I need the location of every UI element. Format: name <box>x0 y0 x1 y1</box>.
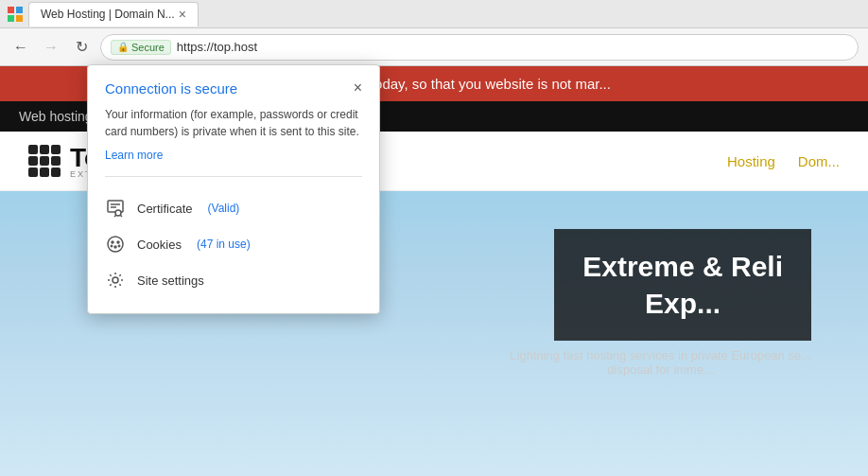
popup-close-button[interactable]: × <box>354 80 362 96</box>
forward-button[interactable]: → <box>40 36 62 59</box>
hero-subtitle: Lightning fast hosting services in priva… <box>510 348 811 377</box>
svg-point-10 <box>108 237 123 252</box>
tab-close-button[interactable]: × <box>179 7 186 22</box>
url-text: https://top.host <box>177 40 257 54</box>
svg-point-15 <box>118 245 119 246</box>
hero-title: Extreme & ReliExp... <box>582 248 783 322</box>
logo-grid-icon <box>28 145 61 177</box>
cookies-label: Cookies <box>137 238 182 252</box>
popup-body-text: Your information (for example, passwords… <box>105 106 362 140</box>
site-settings-label: Site settings <box>137 273 204 288</box>
browser-toolbar: ← → ↻ 🔒 Secure https://top.host <box>0 28 868 66</box>
browser-titlebar: Web Hosting | Domain N... × <box>0 0 868 28</box>
svg-rect-1 <box>16 7 23 13</box>
certificate-label: Certificate <box>137 202 193 216</box>
nav-links: Hosting Dom... <box>727 153 840 169</box>
back-button[interactable]: ← <box>9 36 32 59</box>
svg-line-8 <box>114 215 116 217</box>
svg-point-14 <box>111 245 112 246</box>
nav-domains-link[interactable]: Dom... <box>798 153 840 169</box>
certificate-badge: (Valid) <box>208 202 240 215</box>
security-popup: Connection is secure × Your information … <box>87 64 380 314</box>
svg-line-9 <box>120 215 122 217</box>
svg-rect-0 <box>8 7 14 13</box>
svg-rect-3 <box>16 15 23 22</box>
cookies-item[interactable]: Cookies (47 in use) <box>105 226 362 262</box>
hero-box: Extreme & ReliExp... <box>554 229 811 341</box>
site-settings-item[interactable]: Site settings <box>105 262 362 298</box>
learn-more-link[interactable]: Learn more <box>105 149 163 162</box>
tab-favicon <box>8 7 23 22</box>
cookies-icon <box>105 234 126 255</box>
svg-point-12 <box>117 241 119 243</box>
popup-divider <box>105 176 362 177</box>
secure-label: Secure <box>131 42 165 53</box>
svg-point-11 <box>112 241 113 243</box>
popup-title: Connection is secure <box>105 80 237 97</box>
svg-point-13 <box>114 246 116 248</box>
nav-hosting-link[interactable]: Hosting <box>727 153 775 169</box>
address-bar[interactable]: 🔒 Secure https://top.host <box>100 34 859 61</box>
svg-rect-2 <box>8 15 14 22</box>
cookies-badge: (47 in use) <box>197 238 251 251</box>
certificate-icon <box>105 198 126 219</box>
reload-button[interactable]: ↻ <box>70 36 93 59</box>
lock-icon: 🔒 <box>117 42 129 52</box>
svg-rect-4 <box>108 201 123 212</box>
secure-badge: 🔒 Secure <box>111 40 171 55</box>
site-settings-icon <box>105 270 126 291</box>
tab-title: Web Hosting | Domain N... <box>41 8 175 21</box>
browser-tab[interactable]: Web Hosting | Domain N... × <box>28 2 199 26</box>
certificate-item[interactable]: Certificate (Valid) <box>105 190 362 226</box>
svg-point-16 <box>113 277 118 283</box>
popup-header: Connection is secure × <box>105 80 362 97</box>
